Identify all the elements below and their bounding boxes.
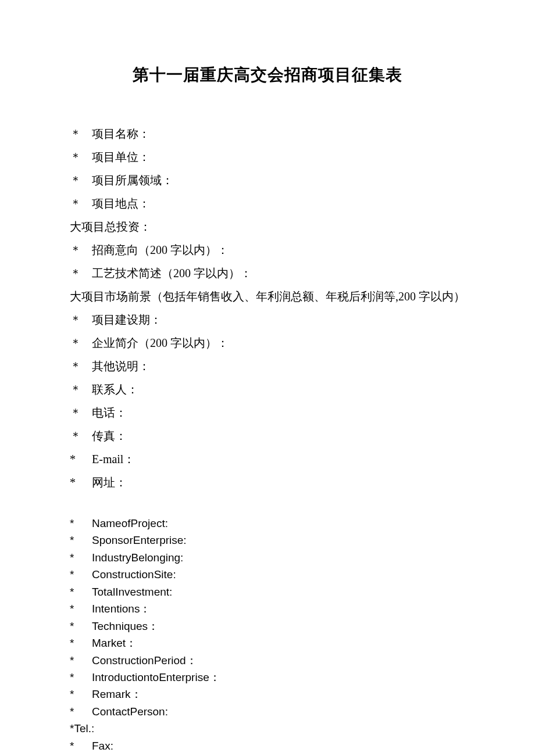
bullet-icon: * [70, 471, 92, 494]
field-label: 工艺技术简述（200 字以内）： [92, 261, 252, 285]
bullet-icon: * [70, 703, 92, 720]
field-label: 项目地点： [92, 192, 150, 215]
bullet-icon: * [70, 618, 92, 635]
field-label: TotalInvestment: [92, 583, 172, 600]
bullet-icon: * [70, 652, 92, 669]
field-row: ＊项目所属领域： [70, 169, 465, 192]
field-label: Techniques： [92, 618, 159, 635]
field-row: ＊联系人： [70, 378, 465, 401]
bullet-icon: ＊ [70, 238, 92, 261]
field-row: ＊电话： [70, 401, 465, 424]
bullet-icon: ＊ [70, 192, 92, 215]
field-row: *ConstructionPeriod： [70, 652, 465, 669]
bullet-icon: * [70, 635, 92, 651]
field-label: Fax: [92, 737, 113, 754]
field-label: 大项目总投资： [70, 215, 151, 238]
field-row: *NameofProject: [70, 515, 465, 532]
field-row: *Intentions： [70, 600, 465, 617]
bullet-icon: ＊ [70, 169, 92, 192]
field-row: ＊企业简介（200 字以内）： [70, 331, 465, 354]
chinese-fields: ＊项目名称： ＊项目单位： ＊项目所属领域： ＊项目地点： 大项目总投资： ＊招… [70, 122, 465, 494]
field-label: 项目单位： [92, 145, 150, 169]
field-label: ConstructionPeriod： [92, 652, 197, 669]
field-label: Remark： [92, 686, 142, 703]
field-row: ＊工艺技术简述（200 字以内）： [70, 261, 465, 285]
field-label: 项目建设期： [92, 308, 162, 331]
field-label: SponsorEnterprise: [92, 532, 187, 549]
field-label: 网址： [92, 471, 127, 494]
field-label: 联系人： [92, 378, 138, 401]
field-label: 其他说明： [92, 354, 150, 378]
document-page: 第十一届重庆高交会招商项目征集表 ＊项目名称： ＊项目单位： ＊项目所属领域： … [0, 0, 535, 756]
field-row: *E-mail： [70, 447, 465, 471]
field-label: E-mail： [92, 447, 135, 471]
field-label: 传真： [92, 424, 127, 447]
field-label: 大项目市场前景（包括年销售收入、年利润总额、年税后利润等,200 字以内） [70, 285, 465, 308]
bullet-icon: ＊ [70, 122, 92, 145]
field-label: ContactPerson: [92, 703, 168, 720]
bullet-icon: * [70, 669, 92, 686]
field-label: 项目所属领域： [92, 169, 173, 192]
bullet-icon: * [70, 737, 92, 754]
bullet-icon: * [70, 600, 92, 617]
bullet-icon: ＊ [70, 331, 92, 354]
english-fields: *NameofProject: *SponsorEnterprise: *Ind… [70, 515, 465, 756]
field-row: *Tel.: [70, 720, 465, 737]
bullet-icon: * [70, 532, 92, 549]
bullet-icon: * [70, 515, 92, 532]
field-label: 招商意向（200 字以内）： [92, 238, 229, 261]
field-label: 企业简介（200 字以内）： [92, 331, 229, 354]
field-label: *Tel.: [70, 720, 94, 737]
field-label: Intentions： [92, 600, 151, 617]
bullet-icon: ＊ [70, 378, 92, 401]
field-row: ＊项目名称： [70, 122, 465, 145]
bullet-icon: ＊ [70, 401, 92, 424]
field-row: *Market： [70, 635, 465, 651]
bullet-icon: * [70, 566, 92, 583]
field-label: IndustryBelonging: [92, 549, 183, 566]
field-row: *网址： [70, 471, 465, 494]
bullet-icon: ＊ [70, 424, 92, 447]
bullet-icon: * [70, 686, 92, 703]
field-row: *ConstructionSite: [70, 566, 465, 583]
field-label: Market： [92, 635, 137, 651]
field-row: ＊项目地点： [70, 192, 465, 215]
field-label: 项目名称： [92, 122, 150, 145]
field-row: ＊传真： [70, 424, 465, 447]
field-row: *IntroductiontoEnterprise： [70, 669, 465, 686]
bullet-icon: ＊ [70, 354, 92, 378]
bullet-icon: ＊ [70, 145, 92, 169]
document-title: 第十一届重庆高交会招商项目征集表 [70, 64, 465, 86]
field-row: ＊项目单位： [70, 145, 465, 169]
field-label: ConstructionSite: [92, 566, 176, 583]
bullet-icon: ＊ [70, 308, 92, 331]
bullet-icon: * [70, 447, 92, 471]
field-row: 大项目总投资： [70, 215, 465, 238]
field-row: *ContactPerson: [70, 703, 465, 720]
bullet-icon: * [70, 549, 92, 566]
field-label: IntroductiontoEnterprise： [92, 669, 220, 686]
field-label: NameofProject: [92, 515, 168, 532]
field-row: *Fax: [70, 737, 465, 754]
bullet-icon: * [70, 583, 92, 600]
field-row: *Remark： [70, 686, 465, 703]
field-row: 大项目市场前景（包括年销售收入、年利润总额、年税后利润等,200 字以内） [70, 285, 465, 308]
field-row: *SponsorEnterprise: [70, 532, 465, 549]
field-row: *TotalInvestment: [70, 583, 465, 600]
field-row: ＊其他说明： [70, 354, 465, 378]
field-row: *IndustryBelonging: [70, 549, 465, 566]
field-row: *Techniques： [70, 618, 465, 635]
field-row: ＊项目建设期： [70, 308, 465, 331]
bullet-icon: ＊ [70, 261, 92, 285]
field-label: 电话： [92, 401, 127, 424]
field-row: ＊招商意向（200 字以内）： [70, 238, 465, 261]
